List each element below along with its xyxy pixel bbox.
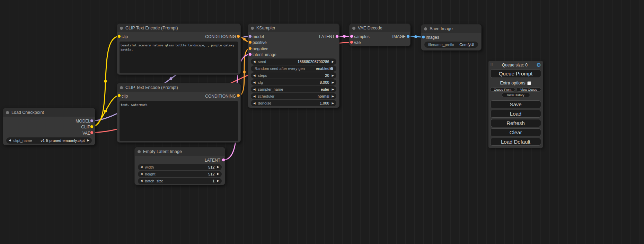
- port-negative-prompt-clip-input[interactable]: [118, 94, 121, 97]
- port-ksampler-model-input[interactable]: [249, 35, 252, 38]
- port-ksampler-negative-input[interactable]: [249, 47, 252, 50]
- save-button[interactable]: Save: [490, 100, 541, 108]
- extra-options-checkbox[interactable]: [527, 81, 531, 85]
- port-ksampler-latent-image-input[interactable]: [249, 53, 252, 56]
- queue-front-button[interactable]: Queue Front: [490, 87, 515, 92]
- drag-handle-icon[interactable]: ⠿: [490, 63, 493, 67]
- view-history-button[interactable]: View History: [502, 93, 530, 97]
- queue-size-label: Queue size: 0: [493, 63, 536, 67]
- ports-layer: [0, 0, 644, 244]
- load-default-button[interactable]: Load Default: [490, 138, 541, 146]
- port-positive-prompt-clip-input[interactable]: [118, 35, 121, 38]
- port-negative-prompt-conditioning-output[interactable]: [237, 94, 240, 97]
- queue-menu-panel: ⠿ Queue size: 0 ⚙ Queue Prompt Extra opt…: [488, 61, 543, 148]
- port-vae-decode-image-output[interactable]: [407, 35, 410, 38]
- port-load-checkpoint-model-output[interactable]: [90, 119, 94, 123]
- clear-button[interactable]: Clear: [490, 128, 541, 136]
- port-load-checkpoint-clip-output[interactable]: [90, 125, 94, 128]
- port-load-checkpoint-vae-output[interactable]: [90, 131, 94, 134]
- extra-options-label: Extra options: [500, 81, 526, 85]
- port-ksampler-latent-output[interactable]: [336, 35, 339, 38]
- load-button[interactable]: Load: [490, 110, 541, 118]
- port-save-image-images-input[interactable]: [422, 36, 425, 39]
- port-vae-decode-samples-input[interactable]: [350, 35, 353, 38]
- port-empty-latent-output[interactable]: [222, 159, 225, 162]
- graph-canvas[interactable]: Load Checkpoint MODEL CLIP VAE ◀ ckpt_na…: [0, 0, 644, 244]
- port-vae-decode-vae-input[interactable]: [350, 41, 353, 44]
- refresh-button[interactable]: Refresh: [490, 119, 541, 127]
- view-queue-button[interactable]: View Queue: [517, 87, 541, 92]
- settings-gear-icon[interactable]: ⚙: [537, 63, 541, 68]
- queue-prompt-button[interactable]: Queue Prompt: [490, 69, 541, 78]
- port-positive-prompt-conditioning-output[interactable]: [237, 35, 240, 38]
- port-ksampler-positive-input[interactable]: [249, 41, 252, 44]
